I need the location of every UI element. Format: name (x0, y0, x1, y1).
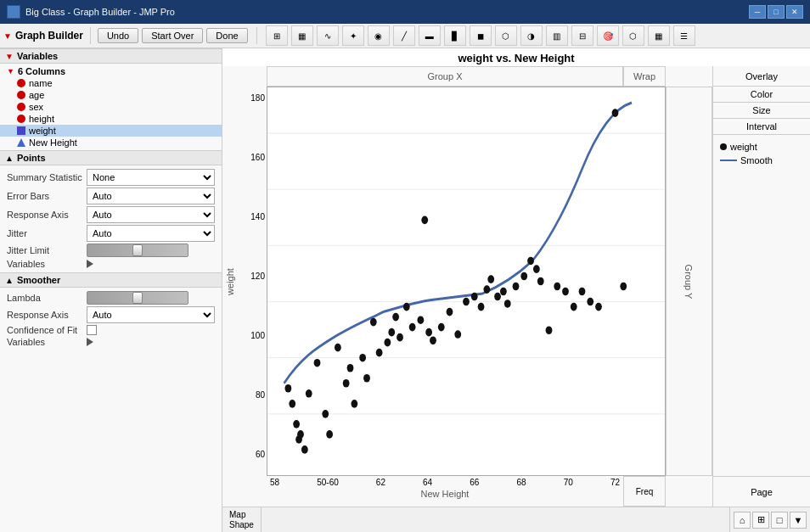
chart-type-icon-17[interactable]: ☰ (673, 25, 695, 46)
plot-area[interactable] (267, 87, 666, 476)
variables-section-header[interactable]: ▼ Variables (0, 48, 222, 64)
svg-point-44 (504, 300, 511, 308)
svg-point-51 (554, 283, 560, 291)
smoother-variables-label: Variables (7, 337, 83, 347)
chart-type-icon-16[interactable]: ▦ (648, 25, 670, 46)
variables-section-label: Variables (17, 51, 58, 61)
chart-type-icon-1[interactable]: ⊞ (266, 25, 288, 46)
var-name[interactable]: name (0, 77, 222, 89)
svg-point-18 (347, 364, 354, 372)
chart-type-icon-13[interactable]: ⊟ (571, 25, 593, 46)
error-bars-select[interactable]: Auto (87, 188, 215, 204)
smoother-collapse-icon: ▲ (5, 276, 14, 285)
smoother-section-header[interactable]: ▲ Smoother (0, 272, 222, 288)
svg-point-19 (351, 400, 357, 408)
map-shape-button[interactable]: Map Shape (222, 507, 262, 532)
lambda-slider[interactable] (87, 291, 188, 305)
svg-point-10 (297, 430, 304, 439)
response-axis-select-smoother[interactable]: Auto (87, 306, 215, 323)
chart-type-icon-12[interactable]: ▥ (546, 25, 568, 46)
chart-type-icon-11[interactable]: ◑ (520, 25, 543, 46)
chart-type-icon-15[interactable]: ⬡ (622, 25, 644, 46)
var-age[interactable]: age (0, 89, 222, 101)
jitter-select[interactable]: Auto (87, 225, 215, 242)
svg-point-16 (335, 344, 341, 352)
svg-point-41 (487, 275, 494, 283)
svg-point-23 (376, 349, 383, 357)
var-sex[interactable]: sex (0, 101, 222, 113)
minimize-button[interactable]: ─ (749, 5, 766, 19)
chart-type-icon-10[interactable]: ⬡ (495, 25, 517, 46)
chart-type-icon-6[interactable]: ╱ (393, 25, 415, 46)
interval-button[interactable]: Interval (713, 119, 810, 135)
variables-list: ▼ 6 Columns name age sex height (0, 64, 222, 150)
main-toolbar: ▼ Graph Builder Undo Start Over Done ⊞ ▦… (0, 24, 810, 48)
smoother-label: Smoother (17, 275, 60, 285)
points-section-header[interactable]: ▲ Points (0, 150, 222, 165)
confidence-of-fit-label: Confidence of Fit (7, 325, 83, 335)
svg-point-15 (326, 430, 333, 439)
var-height[interactable]: height (0, 113, 222, 125)
response-axis-label-points: Response Axis (7, 206, 83, 223)
points-variables-triangle[interactable] (87, 260, 93, 268)
jitter-limit-slider[interactable] (87, 244, 188, 257)
error-bars-label: Error Bars (7, 188, 83, 204)
smoother-properties: Lambda Response Axis Auto Confidence of … (0, 288, 222, 350)
svg-point-38 (471, 293, 478, 301)
svg-point-11 (301, 445, 308, 454)
svg-point-14 (322, 410, 329, 418)
nav-window-icon[interactable]: □ (771, 512, 788, 529)
svg-point-27 (397, 333, 403, 342)
overlay-button[interactable]: Overlay (713, 66, 810, 87)
maximize-button[interactable]: □ (768, 5, 785, 19)
smoother-variables-triangle[interactable] (87, 338, 93, 346)
nav-home-icon[interactable]: ⌂ (734, 512, 751, 529)
var-new-height[interactable]: New Height (0, 137, 222, 148)
svg-point-42 (494, 293, 501, 301)
chart-type-icon-8[interactable]: ▊ (444, 25, 466, 46)
y-axis-ticks: 180 160 140 120 100 80 60 (238, 87, 267, 476)
legend-weight: weight (720, 142, 803, 152)
jitter-limit-label: Jitter Limit (7, 244, 83, 257)
jitter-label: Jitter (7, 225, 83, 242)
chart-type-icon-4[interactable]: ✦ (342, 25, 364, 46)
svg-point-40 (483, 285, 490, 294)
svg-point-58 (620, 283, 627, 291)
chart-type-icon-2[interactable]: ▦ (291, 25, 313, 46)
start-over-button[interactable]: Start Over (142, 28, 203, 43)
svg-point-57 (612, 109, 619, 117)
chart-type-icon-3[interactable]: ∿ (317, 25, 339, 46)
svg-point-46 (520, 272, 527, 281)
var-name-icon (17, 79, 25, 87)
wrap-label: Wrap (623, 66, 666, 87)
svg-point-45 (513, 283, 520, 291)
nav-expand-icon[interactable]: ▼ (790, 512, 807, 529)
close-button[interactable]: ✕ (786, 5, 803, 19)
chart-type-icon-7[interactable]: ▬ (419, 25, 441, 46)
confidence-of-fit-checkbox[interactable] (87, 325, 97, 335)
undo-button[interactable]: Undo (98, 28, 138, 43)
response-axis-select-points[interactable]: Auto (87, 206, 215, 223)
svg-point-53 (571, 303, 577, 311)
svg-point-37 (463, 298, 470, 306)
chart-type-icon-14[interactable]: 🎯 (597, 25, 619, 46)
x-axis: 58 50-60 62 64 66 68 70 72 New Height (267, 476, 623, 507)
done-button[interactable]: Done (206, 28, 247, 43)
summary-statistic-select[interactable]: None (87, 169, 215, 186)
svg-point-24 (384, 339, 391, 347)
color-button[interactable]: Color (713, 87, 810, 103)
window-controls: ─ □ ✕ (749, 5, 803, 19)
svg-point-31 (421, 216, 428, 225)
svg-point-17 (343, 379, 350, 388)
var-weight[interactable]: weight (0, 125, 222, 137)
nav-icons: ⌂ ⊞ □ ▼ (729, 507, 810, 532)
chart-area: weight vs. New Height Group X Wrap weigh… (222, 48, 810, 532)
svg-point-6 (284, 384, 291, 393)
size-button[interactable]: Size (713, 103, 810, 119)
nav-grid-icon[interactable]: ⊞ (752, 512, 769, 529)
chart-type-icon-5[interactable]: ◉ (368, 25, 390, 46)
points-variables-label: Variables (7, 259, 83, 269)
chart-type-icon-9[interactable]: ◼ (470, 25, 492, 46)
page-label: Page (713, 476, 810, 507)
lambda-label: Lambda (7, 291, 83, 305)
